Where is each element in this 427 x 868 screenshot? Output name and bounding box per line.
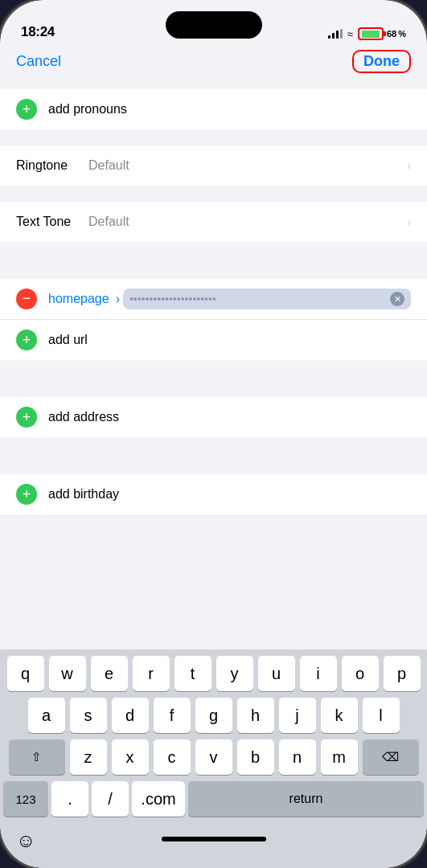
key-u[interactable]: u — [258, 656, 295, 691]
clear-icon: ✕ — [394, 295, 401, 304]
url-section: − homepage › •••••••••••••••••••••• ✕ — [0, 279, 427, 360]
home-indicator — [162, 837, 266, 841]
ringtone-row[interactable]: Ringtone Default › — [0, 145, 427, 186]
add-url-label: add url — [48, 333, 88, 347]
pronouns-section: + add pronouns — [0, 89, 427, 129]
key-c[interactable]: c — [154, 739, 191, 775]
battery-icon — [358, 27, 384, 40]
shift-key[interactable]: ⇧ — [9, 739, 65, 775]
return-key[interactable]: return — [188, 781, 424, 817]
url-clear-button[interactable]: ✕ — [390, 292, 404, 306]
url-input-field[interactable]: •••••••••••••••••••••• ✕ — [123, 289, 411, 309]
plus-icon: + — [23, 333, 31, 347]
add-birthday-row[interactable]: + add birthday — [0, 474, 427, 514]
plus-icon: + — [23, 102, 31, 117]
key-z[interactable]: z — [70, 739, 107, 775]
text-tone-label: Text Tone — [16, 215, 88, 229]
minus-icon: − — [23, 291, 31, 305]
key-y[interactable]: y — [216, 656, 253, 691]
delete-key[interactable]: ⌫ — [363, 739, 419, 775]
key-q[interactable]: q — [7, 656, 44, 691]
add-pronouns-row[interactable]: + add pronouns — [0, 89, 427, 129]
slash-key[interactable]: / — [92, 781, 129, 817]
birthday-section: + add birthday — [0, 474, 427, 514]
text-tone-section: Text Tone Default › — [0, 202, 427, 242]
done-button[interactable]: Done — [352, 50, 411, 73]
url-type-text: homepage — [48, 292, 109, 306]
content-area: + add pronouns Ringtone Default › Text T… — [0, 81, 427, 649]
key-m[interactable]: m — [321, 739, 358, 775]
key-e[interactable]: e — [91, 656, 128, 691]
ringtone-value: Default — [88, 158, 402, 173]
emoji-key[interactable]: ☺ — [10, 826, 43, 855]
keyboard: q w e r t y u i o p a s d f g h j k — [0, 649, 427, 868]
ringtone-section: Ringtone Default › — [0, 145, 427, 186]
add-url-button[interactable]: + — [16, 330, 37, 350]
key-g[interactable]: g — [195, 698, 232, 733]
status-icons: ≈ 68 % — [328, 27, 406, 40]
add-birthday-button[interactable]: + — [16, 484, 37, 505]
keyboard-row-bottom: 123 . / .com return — [3, 781, 424, 817]
url-row[interactable]: − homepage › •••••••••••••••••••••• ✕ — [0, 279, 427, 320]
add-address-label: add address — [48, 410, 411, 424]
key-a[interactable]: a — [28, 698, 65, 733]
add-url-row[interactable]: + add url — [0, 320, 427, 360]
signal-bars-icon — [328, 29, 343, 39]
key-b[interactable]: b — [237, 739, 274, 775]
url-type-label[interactable]: homepage › — [48, 292, 120, 306]
address-section: + add address — [0, 397, 427, 437]
add-pronouns-label: add pronouns — [48, 102, 411, 117]
keyboard-row-1: q w e r t y u i o p — [3, 656, 424, 691]
key-t[interactable]: t — [174, 656, 211, 691]
text-tone-row[interactable]: Text Tone Default › — [0, 202, 427, 242]
key-f[interactable]: f — [154, 698, 191, 733]
dynamic-island — [166, 11, 262, 39]
keyboard-row-3: ⇧ z x c v b n m ⌫ — [3, 739, 424, 775]
key-l[interactable]: l — [363, 698, 400, 733]
battery-percent: 68 — [387, 29, 396, 39]
text-tone-value: Default — [88, 215, 402, 229]
add-birthday-label: add birthday — [48, 487, 411, 502]
key-p[interactable]: p — [384, 656, 421, 691]
add-address-button[interactable]: + — [16, 407, 37, 428]
status-time: 18:24 — [21, 24, 55, 40]
nav-bar: Cancel Done — [0, 47, 427, 81]
keyboard-bottom-bar: ☺ — [3, 823, 424, 865]
key-s[interactable]: s — [70, 698, 107, 733]
key-w[interactable]: w — [49, 656, 86, 691]
add-pronouns-button[interactable]: + — [16, 99, 37, 120]
key-r[interactable]: r — [133, 656, 170, 691]
add-address-row[interactable]: + add address — [0, 397, 427, 437]
ringtone-chevron-icon: › — [407, 159, 411, 172]
key-d[interactable]: d — [112, 698, 149, 733]
key-k[interactable]: k — [321, 698, 358, 733]
ringtone-label: Ringtone — [16, 158, 88, 173]
key-j[interactable]: j — [279, 698, 316, 733]
period-key[interactable]: . — [51, 781, 88, 817]
text-tone-chevron-icon: › — [407, 215, 411, 228]
key-v[interactable]: v — [195, 739, 232, 775]
wifi-icon: ≈ — [347, 28, 353, 40]
plus-icon: + — [23, 487, 31, 502]
dotcom-key[interactable]: .com — [132, 781, 185, 817]
num-key[interactable]: 123 — [3, 781, 48, 817]
key-i[interactable]: i — [300, 656, 337, 691]
remove-url-button[interactable]: − — [16, 289, 37, 309]
plus-icon: + — [23, 410, 31, 424]
cancel-button[interactable]: Cancel — [16, 53, 61, 70]
key-h[interactable]: h — [237, 698, 274, 733]
url-field-text: •••••••••••••••••••••• — [129, 293, 387, 305]
url-type-chevron-icon: › — [116, 292, 120, 306]
keyboard-row-2: a s d f g h j k l — [3, 698, 424, 733]
key-n[interactable]: n — [279, 739, 316, 775]
key-o[interactable]: o — [342, 656, 379, 691]
key-x[interactable]: x — [112, 739, 149, 775]
